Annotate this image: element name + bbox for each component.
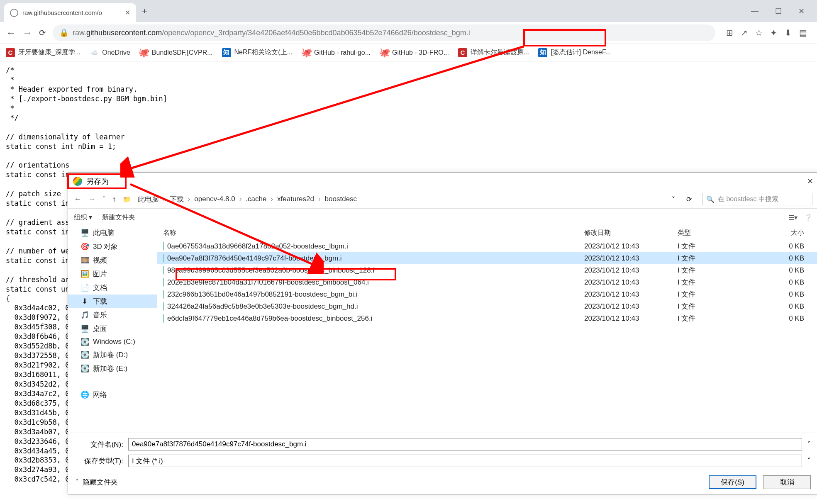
file-icon [163, 254, 164, 263]
sidebar-item[interactable]: 🎯3D 对象 [68, 240, 157, 253]
bookmark-item[interactable]: 🐙GitHub - 3D-FRO... [380, 48, 449, 57]
bookmark-icon: 🐙 [139, 48, 149, 57]
file-row[interactable]: 0ae0675534aa318d9668f2a178b2a052-boostde… [157, 240, 817, 252]
bookmark-item[interactable]: 知NeRF相关论文(上... [222, 48, 293, 57]
sidebar-item[interactable]: 🖥️桌面 [68, 322, 157, 336]
download-icon[interactable]: ⬇ [785, 28, 792, 38]
reload-button[interactable]: ⟳ [39, 28, 46, 38]
dialog-sidebar: 🖥️此电脑🎯3D 对象🎞️视频🖼️图片📄文档⬇下载🎵音乐🖥️桌面💽Windows… [68, 226, 157, 433]
sidebar-item-label: 桌面 [93, 324, 107, 334]
sidebar-item[interactable]: 🖼️图片 [68, 267, 157, 281]
filetype-dropdown-icon[interactable]: ˅ [807, 457, 811, 465]
sidebar-item[interactable]: 🎵音乐 [68, 308, 157, 322]
dlg-back-button[interactable]: ← [74, 195, 81, 204]
browser-tab[interactable]: raw.githubusercontent.com/o ✕ [4, 3, 136, 22]
col-header-type[interactable]: 类型 [678, 229, 758, 237]
file-name: 0ae0675534aa318d9668f2a178b2a052-boostde… [163, 242, 584, 251]
breadcrumb-segment[interactable]: 下载 [170, 195, 184, 204]
file-size: 0 KB [758, 254, 812, 263]
breadcrumb-segment[interactable]: 此电脑 [138, 195, 159, 204]
organize-menu[interactable]: 组织 ▾ [74, 213, 92, 222]
dlg-up-button[interactable]: ↑ [112, 195, 116, 204]
tab-strip: raw.githubusercontent.com/o ✕ + — ☐ ✕ [0, 0, 817, 22]
sidebar-item[interactable] [68, 375, 157, 388]
minimize-button[interactable]: — [751, 7, 758, 16]
file-row[interactable]: 324426a24fa56ad9c5b8e3e0b3e5303e-boostde… [157, 300, 817, 312]
filename-input[interactable]: 0ea90e7a8f3f7876d450e4149c97c74f-boostde… [128, 438, 802, 450]
file-name: 232c966b13651bd0e46a1497b0852191-boostde… [163, 290, 584, 299]
address-bar[interactable]: 🔒 raw.githubusercontent.com/opencv/openc… [53, 24, 715, 41]
close-window-button[interactable]: ✕ [798, 7, 805, 16]
filename-label: 文件名(N): [76, 440, 123, 449]
filename-dropdown-icon[interactable]: ˅ [807, 440, 811, 449]
bookmark-item[interactable]: 知[姿态估计] DenseF... [538, 48, 611, 57]
chrome-icon [73, 177, 82, 186]
back-button[interactable]: ← [6, 27, 16, 39]
help-icon[interactable]: ❔ [804, 214, 812, 222]
dialog-close-button[interactable]: ✕ [807, 177, 813, 186]
url-path: /opencv/opencv_3rdparty/34e4206aef44d50e… [162, 29, 414, 37]
breadcrumb[interactable]: 此电脑›下载›opencv-4.8.0›.cache›xfeatures2d›b… [138, 195, 665, 204]
sidepanel-icon[interactable]: ▤ [799, 28, 807, 38]
sidebar-item-icon: 🖥️ [80, 325, 89, 333]
file-size: 0 KB [758, 242, 812, 251]
sidebar-item[interactable]: 📄文档 [68, 281, 157, 295]
new-tab-button[interactable]: + [142, 6, 147, 17]
refresh-button[interactable]: ⟳ [682, 195, 696, 203]
bookmark-icon: 🐙 [380, 48, 389, 57]
chevron-down-icon[interactable]: ˅ [672, 195, 675, 203]
close-tab-icon[interactable]: ✕ [125, 9, 130, 17]
breadcrumb-segment[interactable]: boostdesc [325, 195, 357, 203]
filetype-label: 保存类型(T): [76, 456, 123, 466]
file-type: I 文件 [678, 314, 758, 323]
file-row[interactable]: 202e1b3e9fec871b04da31f7f016679f-boostde… [157, 276, 817, 288]
sidebar-item[interactable]: ⬇下载 [68, 295, 157, 308]
sidebar-item[interactable]: 💽Windows (C:) [68, 336, 157, 348]
sidebar-item[interactable]: 💽新加卷 (D:) [68, 348, 157, 362]
dialog-titlebar: 另存为 ✕ [68, 173, 817, 190]
share-icon[interactable]: ↗ [741, 28, 748, 38]
bookmark-icon: 知 [538, 48, 547, 57]
file-row[interactable]: 232c966b13651bd0e46a1497b0852191-boostde… [157, 288, 817, 300]
file-row[interactable]: 0ea90e7a8f3f7876d450e4149c97c74f-boostde… [157, 252, 817, 264]
bookmark-item[interactable]: C牙牙要健康_深度学... [6, 48, 80, 57]
breadcrumb-segment[interactable]: .cache [246, 195, 266, 203]
filetype-select[interactable]: I 文件 (*.i) [128, 455, 802, 467]
bookmark-item[interactable]: C详解卡尔曼滤波原... [458, 48, 529, 57]
view-options-icon[interactable]: ☰▾ [788, 214, 797, 222]
forward-button[interactable]: → [22, 27, 32, 39]
cancel-button[interactable]: 取消 [763, 475, 811, 489]
translate-icon[interactable]: ⊞ [726, 28, 733, 38]
file-type: I 文件 [678, 265, 758, 275]
sidebar-item[interactable]: 💽新加卷 (E:) [68, 362, 157, 375]
extensions-icon[interactable]: ✦ [770, 28, 777, 38]
sidebar-item[interactable]: 🖥️此电脑 [68, 226, 157, 240]
dlg-forward-button[interactable]: → [88, 195, 95, 204]
file-list-header[interactable]: 名称 修改日期 类型 大小 [157, 226, 817, 240]
breadcrumb-segment[interactable]: xfeatures2d [277, 195, 314, 203]
sidebar-item[interactable]: 🌐网络 [68, 388, 157, 402]
bookmark-item[interactable]: 🐙BundleSDF,[CVPR... [139, 48, 213, 57]
file-row[interactable]: e6dcfa9f647779eb1ce446a8d759b6ea-boostde… [157, 312, 817, 324]
file-row[interactable]: 98ea99d399965c03d555cef3ea502a0b-boostde… [157, 264, 817, 276]
sidebar-item-icon: 🎞️ [80, 256, 89, 265]
save-button[interactable]: 保存(S) [709, 475, 756, 489]
url-pre: raw. [73, 29, 86, 37]
breadcrumb-segment[interactable]: opencv-4.8.0 [194, 195, 235, 203]
new-folder-button[interactable]: 新建文件夹 [102, 213, 135, 222]
star-icon[interactable]: ☆ [755, 28, 763, 38]
hide-folders-toggle[interactable]: ˄ 隐藏文件夹 [76, 477, 118, 487]
file-date: 2023/10/12 10:43 [584, 254, 678, 263]
maximize-button[interactable]: ☐ [775, 7, 782, 16]
col-header-name[interactable]: 名称 [163, 229, 584, 237]
col-header-date[interactable]: 修改日期 [584, 229, 678, 237]
bookmark-item[interactable]: 🐙GitHub - rahul-go... [302, 48, 371, 57]
folder-search[interactable]: 🔍 在 boostdesc 中搜索 [702, 193, 812, 205]
sidebar-item-label: 下载 [93, 297, 107, 306]
sidebar-item[interactable]: 🎞️视频 [68, 253, 157, 267]
file-name: 202e1b3e9fec871b04da31f7f016679f-boostde… [163, 278, 584, 287]
bookmark-item[interactable]: ☁️OneDrive [90, 48, 130, 57]
dlg-recent-button[interactable]: ˅ [102, 195, 106, 204]
file-date: 2023/10/12 10:43 [584, 278, 678, 287]
col-header-size[interactable]: 大小 [758, 229, 812, 237]
